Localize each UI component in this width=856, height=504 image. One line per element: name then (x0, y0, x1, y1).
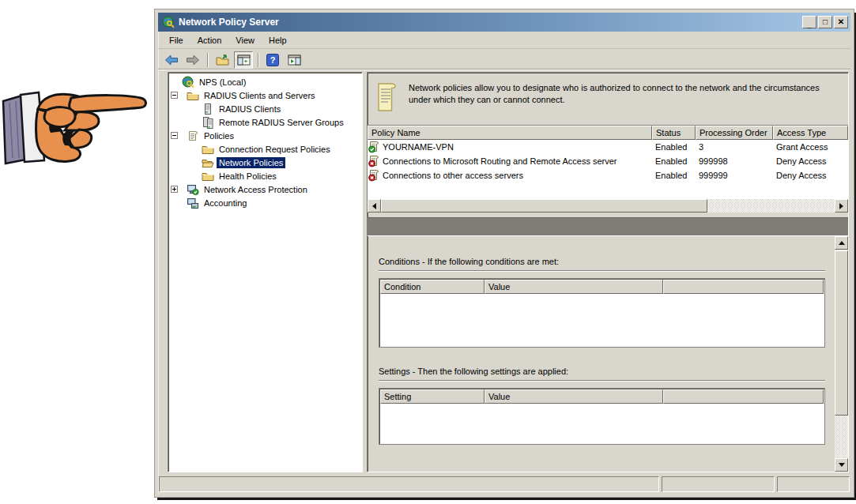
server-group-icon (202, 116, 214, 129)
column-header-policy-name[interactable]: Policy Name (368, 126, 652, 140)
help-icon: ? (266, 54, 279, 66)
menu-view[interactable]: View (229, 33, 261, 47)
policy-list: Policy Name Status Processing Order Acce… (368, 125, 848, 213)
policy-status: Enabled (652, 171, 696, 180)
policy-row[interactable]: YOURNAME-VPN Enabled 3 Grant Access (368, 140, 848, 154)
scroll-banner-icon (375, 81, 398, 114)
policy-description-banner: Network policies allow you to designate … (368, 73, 848, 125)
close-button[interactable]: ✕ (834, 16, 848, 28)
column-header-setting[interactable]: Setting (380, 389, 485, 404)
scroll-left-icon (372, 203, 376, 209)
policy-access-type: Deny Access (773, 156, 848, 166)
policy-name: Connections to Microsoft Routing and Rem… (383, 156, 617, 166)
policy-row[interactable]: Connections to Microsoft Routing and Rem… (368, 154, 848, 168)
show-hide-console-tree-icon (237, 55, 251, 66)
column-header-access-type[interactable]: Access Type (773, 126, 848, 140)
horizontal-scrollbar[interactable] (368, 199, 848, 213)
details-title-band (368, 217, 848, 236)
horizontal-scroll-track[interactable] (381, 199, 835, 213)
forward-button[interactable] (183, 51, 202, 69)
export-list-icon (216, 54, 229, 66)
scroll-up-button[interactable] (835, 236, 848, 250)
minimize-button[interactable]: _ (802, 16, 816, 28)
column-header-processing-order[interactable]: Processing Order (696, 126, 773, 140)
collapse-icon[interactable] (171, 132, 178, 139)
conditions-heading: Conditions - If the following conditions… (379, 257, 825, 266)
folder-icon (187, 89, 199, 102)
settings-heading: Settings - Then the following settings a… (379, 367, 825, 376)
toolbar-separator (207, 53, 208, 67)
window-title: Network Policy Server (179, 17, 279, 28)
horizontal-scroll-thumb[interactable] (381, 199, 707, 213)
tree-item-label: Connection Request Policies (217, 144, 333, 155)
tree-item-label: Remote RADIUS Server Groups (217, 117, 346, 128)
back-icon (164, 55, 179, 66)
scroll-down-button[interactable] (835, 458, 848, 472)
policy-deny-icon (368, 169, 381, 182)
tree-item-label: Network Policies (217, 157, 285, 168)
policy-processing-order: 3 (696, 142, 773, 152)
policy-processing-order: 999999 (696, 171, 773, 180)
screenshot-stage: Network Policy Server _ □ ✕ File Action … (0, 0, 856, 504)
title-bar[interactable]: Network Policy Server _ □ ✕ (158, 13, 850, 32)
collapse-icon[interactable] (171, 92, 178, 99)
column-header-condition[interactable]: Condition (380, 280, 485, 294)
sidebar-item-connection-request-policies[interactable]: Connection Request Policies (168, 142, 362, 156)
column-header-blank[interactable] (663, 389, 824, 404)
status-bar (158, 475, 850, 494)
column-header-blank[interactable] (663, 280, 824, 294)
divider (379, 380, 825, 382)
policy-details-section: Conditions - If the following conditions… (368, 236, 848, 472)
status-message-panel (159, 476, 659, 492)
back-button[interactable] (162, 51, 181, 69)
policy-status: Enabled (652, 156, 696, 166)
scroll-up-icon (839, 241, 845, 245)
banner-text: Network policies allow you to designate … (409, 81, 835, 106)
sidebar-item-network-access-protection[interactable]: Network Access Protection (168, 182, 362, 196)
expand-icon[interactable] (171, 186, 178, 193)
policy-access-type: Deny Access (773, 171, 848, 180)
sidebar-item-accounting[interactable]: Accounting (168, 196, 362, 209)
vertical-scrollbar[interactable] (835, 236, 848, 472)
column-header-condition-value[interactable]: Value (485, 280, 663, 294)
policy-row[interactable]: Connections to other access servers Enab… (368, 168, 848, 182)
export-list-button[interactable] (213, 51, 232, 69)
column-header-status[interactable]: Status (652, 126, 696, 140)
show-hide-action-pane-button[interactable] (285, 51, 304, 69)
menu-action[interactable]: Action (191, 33, 228, 47)
scroll-left-button[interactable] (368, 199, 381, 213)
tree-item-label: Health Policies (217, 171, 279, 182)
divider (379, 270, 825, 272)
sidebar-item-remote-radius-server-groups[interactable]: Remote RADIUS Server Groups (168, 115, 362, 129)
tree-item-label: RADIUS Clients (217, 103, 283, 115)
nap-computer-icon (187, 183, 199, 196)
policy-access-type: Grant Access (773, 142, 848, 152)
server-icon (202, 103, 214, 115)
show-hide-action-pane-icon (288, 55, 301, 66)
sidebar-item-health-policies[interactable]: Health Policies (168, 169, 362, 182)
menu-file[interactable]: File (163, 33, 190, 47)
settings-table-body (379, 404, 824, 444)
svg-text:?: ? (270, 55, 276, 65)
help-button[interactable]: ? (263, 51, 282, 69)
conditions-table: Condition Value (379, 278, 825, 348)
status-panel (777, 476, 850, 492)
settings-table: Setting Value (379, 388, 825, 445)
maximize-button[interactable]: □ (818, 16, 832, 28)
folder-open-icon (202, 156, 214, 169)
column-header-setting-value[interactable]: Value (485, 389, 663, 404)
vertical-scroll-track[interactable] (835, 250, 848, 458)
sidebar-item-radius-clients-and-servers[interactable]: RADIUS Clients and Servers (168, 88, 362, 102)
policy-scroll-icon (187, 130, 199, 142)
nps-app-icon (162, 16, 175, 28)
sidebar-item-nps-local[interactable]: NPS (Local) (168, 75, 362, 88)
sidebar-item-policies[interactable]: Policies (168, 129, 362, 142)
sidebar-item-network-policies[interactable]: Network Policies (168, 156, 362, 169)
sidebar-item-radius-clients[interactable]: RADIUS Clients (168, 102, 362, 115)
menu-help[interactable]: Help (262, 33, 293, 47)
show-hide-console-tree-button[interactable] (234, 51, 253, 69)
console-tree-pane[interactable]: NPS (Local) RADIUS Clients and Servers R… (168, 72, 363, 472)
vertical-scroll-thumb[interactable] (835, 250, 848, 416)
scroll-right-button[interactable] (835, 199, 848, 213)
console-main-area: NPS (Local) RADIUS Clients and Servers R… (158, 70, 850, 475)
